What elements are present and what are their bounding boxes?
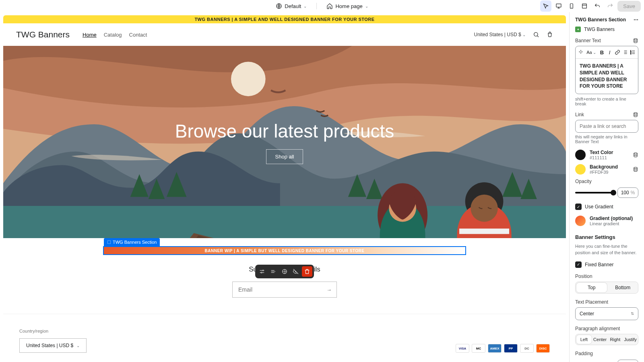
settings-section-title: Banner Settings — [575, 234, 638, 240]
position-top[interactable]: Top — [576, 283, 607, 292]
email-form: → — [232, 282, 337, 298]
dynamic-source-button[interactable] — [633, 112, 638, 117]
gradient-row[interactable]: Gradient (optional) Linear gradient — [575, 216, 638, 226]
desktop-preview[interactable] — [553, 0, 564, 12]
settings-action[interactable] — [257, 266, 267, 277]
duplicate-action[interactable] — [279, 266, 290, 277]
use-gradient-label: Use Gradient — [585, 204, 613, 210]
chevron-down-icon: ⌄ — [76, 343, 80, 348]
align-center[interactable]: Center — [592, 334, 608, 345]
top-banner[interactable]: TWG BANNERS | A SIMPLE AND WELL DESIGNED… — [3, 15, 566, 23]
country-selector[interactable]: United States | USD $ ⌄ — [19, 338, 87, 353]
banner-text-label: Banner Text — [575, 38, 601, 43]
submit-email-button[interactable]: → — [322, 287, 336, 293]
svg-rect-3 — [582, 4, 587, 8]
fixed-banner-checkbox[interactable]: ✓ Fixed Banner — [575, 261, 638, 268]
site-footer: Country/region United States | USD $ ⌄ V… — [3, 314, 566, 362]
align-justify[interactable]: Justify — [623, 334, 638, 345]
checkbox-checked-icon: ✓ — [575, 261, 582, 268]
banner-text: TWG BANNERS | A SIMPLE AND WELL DESIGNED… — [194, 17, 374, 22]
svg-rect-1 — [556, 4, 561, 7]
chevron-down-icon: ⌄ — [593, 50, 596, 55]
gradient-swatch — [575, 216, 586, 226]
globe-icon — [276, 3, 282, 9]
rte-bold-button[interactable]: B — [599, 48, 605, 57]
separator — [316, 3, 317, 9]
opacity-slider[interactable] — [575, 192, 613, 193]
page-selector[interactable]: Home page ⌄ — [323, 1, 371, 11]
more-options-button[interactable]: ⋯ — [634, 17, 638, 23]
locale-selector[interactable]: United States | USD $ ⌄ — [474, 32, 526, 37]
trash-icon — [304, 268, 310, 275]
text-color-value: #111111 — [590, 155, 629, 160]
dynamic-source-button[interactable] — [633, 167, 638, 172]
selected-banner-text: BANNER WIP | A SIMPLE BUT WELL DESIGNED … — [205, 249, 365, 253]
mobile-preview[interactable] — [566, 0, 577, 12]
rte-ol-button[interactable]: 123 — [630, 48, 636, 57]
text-placement-select[interactable]: Center ⇅ — [575, 307, 638, 320]
payment-icons: VISAMCAMEXPPDCDISC — [456, 344, 550, 353]
align-right[interactable]: Right — [608, 334, 623, 345]
undo-button[interactable] — [592, 0, 603, 12]
position-bottom[interactable]: Bottom — [608, 282, 638, 293]
inspector-toggle[interactable] — [540, 0, 551, 12]
svg-point-14 — [261, 272, 262, 273]
subscribe-section: Subscribe to our emails → — [3, 254, 566, 314]
fixed-banner-label: Fixed Banner — [585, 262, 613, 267]
preset-selector[interactable]: Default ⌄ — [272, 1, 310, 11]
text-color-row[interactable]: Text Color #111111 — [575, 150, 638, 160]
selected-banner[interactable]: BANNER WIP | A SIMPLE BUT WELL DESIGNED … — [104, 247, 465, 254]
site-header: TWG Banners Home Catalog Contact United … — [3, 23, 566, 46]
rte-ul-button[interactable] — [621, 48, 628, 57]
fullscreen-icon — [581, 3, 588, 9]
opacity-value-input[interactable]: 100 % — [617, 187, 638, 198]
nav-catalog[interactable]: Catalog — [104, 32, 122, 38]
rte-link-button[interactable] — [614, 48, 621, 57]
delete-action[interactable] — [302, 266, 312, 277]
app-badge-row[interactable]: ✦ TWG Banners — [575, 27, 638, 32]
bg-color-swatch — [575, 164, 586, 175]
selection-label[interactable]: TWG Banners Section — [104, 238, 160, 246]
checkbox-checked-icon: ✓ — [575, 204, 582, 210]
database-icon — [633, 111, 638, 118]
chevron-down-icon: ⌄ — [365, 4, 368, 8]
align-left[interactable]: Left — [576, 335, 592, 344]
search-icon[interactable] — [533, 31, 539, 38]
hero-cta-button[interactable]: Shop all — [266, 149, 303, 164]
redo-icon — [607, 3, 613, 9]
link-label: Link — [575, 112, 584, 117]
rte-paragraph-button[interactable]: Aa⌄ — [585, 48, 597, 57]
payment-card: MC — [472, 344, 485, 353]
nav-contact[interactable]: Contact — [129, 32, 147, 38]
use-gradient-checkbox[interactable]: ✓ Use Gradient — [575, 204, 638, 210]
cart-icon[interactable] — [547, 31, 553, 38]
rte-content[interactable]: TWG BANNERS | A SIMPLE AND WELL DESIGNED… — [576, 59, 638, 94]
payment-card: PP — [504, 344, 518, 353]
save-button[interactable]: Save — [617, 1, 641, 12]
dynamic-source-button[interactable] — [633, 152, 638, 158]
rte-magic-button[interactable] — [577, 48, 584, 57]
dynamic-source-button[interactable] — [633, 38, 638, 43]
link-icon — [615, 49, 620, 55]
sidebar-title: TWG Banners Section — [575, 17, 626, 23]
link-input[interactable] — [575, 120, 638, 133]
email-field[interactable] — [233, 286, 322, 293]
svg-point-21 — [634, 153, 637, 154]
opacity-label: Opacity — [575, 179, 638, 184]
nav-home[interactable]: Home — [83, 32, 97, 38]
bg-color-row[interactable]: Background #FFDF39 — [575, 164, 638, 175]
rte-hint: shift+enter to create a line break — [575, 97, 638, 106]
svg-rect-12 — [107, 241, 111, 244]
rte-italic-button[interactable]: I — [606, 48, 613, 57]
redo-button[interactable] — [605, 0, 616, 12]
select-arrows-icon: ⇅ — [631, 311, 634, 316]
gradient-value: Linear gradient — [590, 221, 638, 226]
site-brand[interactable]: TWG Banners — [16, 30, 70, 39]
bg-color-label: Background — [590, 164, 629, 170]
svg-point-4 — [534, 33, 538, 36]
para-align-label: Paragraph alignment — [575, 326, 638, 331]
padding-value-input[interactable]: 20 px — [617, 360, 638, 362]
move-action[interactable] — [268, 266, 279, 277]
hide-action[interactable] — [291, 266, 301, 277]
fullscreen-preview[interactable] — [579, 0, 590, 12]
